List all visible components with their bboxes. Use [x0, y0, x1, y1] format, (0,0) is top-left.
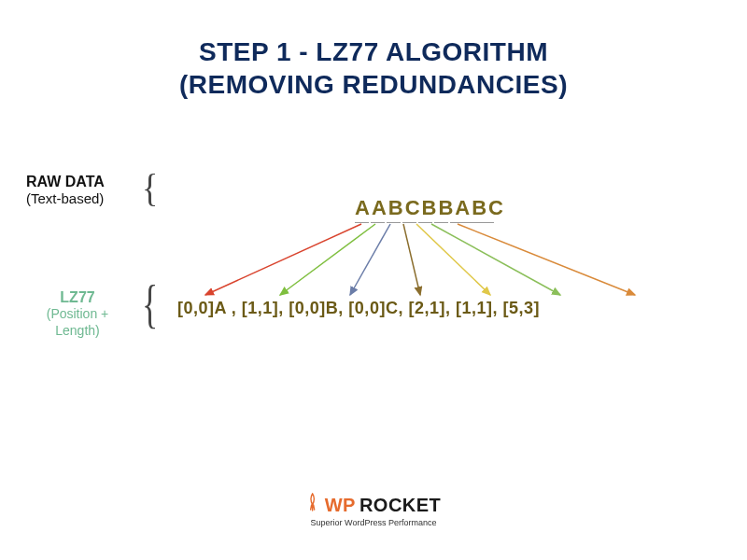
lz77-output: [0,0]A , [1,1], [0,0]B, [0,0]C, [2,1], […	[177, 299, 540, 318]
raw-data-string: AABCBBABC	[355, 196, 505, 220]
label-raw-sub: (Text-based)	[26, 190, 105, 206]
label-raw-data: RAW DATA (Text-based)	[26, 174, 105, 206]
underline-segment	[371, 222, 385, 223]
logo-rocket: ROCKET	[359, 495, 441, 516]
arrow-line	[403, 224, 420, 295]
label-lz-sub: (Position + Length)	[26, 306, 129, 339]
arrow-line	[431, 224, 560, 295]
arrow-line	[458, 224, 635, 295]
arrow-line	[280, 224, 375, 295]
rocket-icon	[306, 493, 319, 511]
label-lz-title: LZ77	[26, 289, 129, 306]
label-lz77: LZ77 (Position + Length)	[26, 289, 129, 339]
mapping-arrows	[177, 220, 700, 301]
underline-segment	[450, 222, 494, 223]
brace-lz-icon: {	[142, 273, 155, 335]
logo: WP ROCKET Superior WordPress Performance	[306, 493, 442, 527]
arrow-line	[416, 224, 490, 295]
brace-raw-icon: {	[142, 164, 155, 211]
label-raw-title: RAW DATA	[26, 174, 105, 190]
title-line-2: (REMOVING REDUNDANCIES)	[0, 68, 747, 101]
underline-segment	[402, 222, 416, 223]
underline-segment	[418, 222, 432, 223]
underline-segment	[355, 222, 369, 223]
title-line-1: STEP 1 - LZ77 ALGORITHM	[0, 35, 747, 68]
underline-segment	[387, 222, 401, 223]
arrow-line	[205, 224, 361, 295]
arrow-line	[350, 224, 390, 295]
logo-wp: WP	[325, 495, 356, 516]
underline-segment	[434, 222, 448, 223]
diagram-title: STEP 1 - LZ77 ALGORITHM (REMOVING REDUND…	[0, 35, 747, 101]
logo-tagline: Superior WordPress Performance	[306, 518, 442, 527]
